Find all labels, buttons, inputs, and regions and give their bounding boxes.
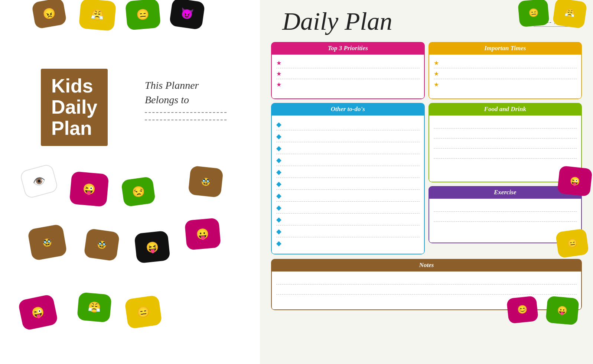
bullet-icon: ◆	[276, 215, 281, 224]
todo-item: ◆	[276, 156, 420, 166]
bullet-icon: ◆	[276, 180, 281, 188]
star-icon: ★	[276, 59, 281, 66]
times-title: Importan Times	[484, 45, 526, 52]
sections-grid: Top 3 Priorities ★ ★ ★ Importan	[260, 40, 593, 257]
pillow-decoration: 😤	[552, 0, 587, 29]
pillow-decoration: 😑	[124, 295, 162, 329]
bullet-icon: ◆	[276, 132, 281, 140]
todo-item: ◆	[276, 144, 420, 154]
name-line-1	[145, 112, 227, 113]
exercise-item	[434, 214, 577, 222]
priority-item: ★	[276, 59, 420, 68]
notes-item	[276, 276, 577, 285]
priorities-section: Top 3 Priorities ★ ★ ★	[271, 42, 425, 99]
food-item	[434, 130, 577, 139]
todo-item: ◆	[276, 215, 420, 225]
pillow-decoration: 😜	[69, 171, 109, 207]
exercise-item	[434, 204, 577, 212]
bullet-icon: ◆	[276, 239, 281, 247]
page-title: Daily Plan	[282, 7, 392, 36]
food-title: Food and Drink	[484, 105, 526, 113]
pillow-decoration: 😈	[169, 0, 205, 30]
bullet-icon: ◆	[276, 156, 281, 164]
pillow-decoration: 😜	[557, 166, 592, 197]
pillow-decoration: 😊	[506, 296, 539, 324]
todo-item: ◆	[276, 204, 420, 214]
name-line-2	[145, 120, 227, 120]
right-panel: 😤 😑 😜 😑 😛 😊 Daily Plan Date -- /---/----…	[260, 0, 593, 364]
pillow-decoration: 😑	[125, 0, 161, 30]
notes-header: Notes	[271, 259, 582, 272]
pillow-decoration: 👁️	[19, 163, 59, 199]
priority-item: ★	[276, 70, 420, 79]
title-box: Kids Daily Plan	[41, 69, 108, 146]
todo-item: ◆	[276, 227, 420, 237]
pillow-decoration: 😑	[555, 228, 589, 259]
times-header: Importan Times	[429, 42, 582, 55]
pillow-decoration: 🥸	[84, 228, 120, 261]
time-item: ★	[434, 70, 577, 79]
food-item	[434, 120, 577, 129]
todo-item: ◆	[276, 192, 420, 202]
time-item: ★	[434, 81, 577, 90]
priorities-title: Top 3 Priorities	[328, 45, 368, 52]
pillow-decoration: 😤	[77, 292, 112, 322]
pillow-decoration: 😜	[18, 294, 59, 331]
pillow-decoration: 😒	[121, 176, 156, 207]
gold-star-icon: ★	[434, 70, 439, 77]
gold-star-icon: ★	[434, 81, 439, 88]
priority-item: ★	[276, 81, 420, 90]
pillow-decoration: 🥸	[27, 224, 67, 261]
belongs-text: This Planner Belongs to	[145, 78, 227, 107]
pillow-decoration: 😠	[31, 0, 67, 29]
todo-item: ◆	[276, 132, 420, 142]
exercise-title: Exercise	[494, 189, 516, 196]
todos-content: ◆ ◆ ◆ ◆ ◆ ◆ ◆ ◆ ◆ ◆ ◆	[271, 116, 425, 254]
star-icon: ★	[276, 81, 281, 88]
todos-header: Other to-do's	[271, 103, 425, 116]
food-content	[429, 116, 582, 182]
food-section: Food and Drink	[429, 103, 582, 182]
pillow-decoration: 😤	[79, 0, 117, 31]
main-title: Kids Daily Plan	[51, 75, 97, 139]
food-item	[434, 150, 577, 159]
todo-item: ◆	[276, 180, 420, 190]
todo-item: ◆	[276, 168, 420, 178]
notes-item	[276, 286, 577, 295]
pillow-decoration: 😛	[185, 218, 221, 250]
priorities-header: Top 3 Priorities	[271, 42, 425, 55]
star-icon: ★	[276, 70, 281, 77]
time-item: ★	[434, 59, 577, 68]
todo-item: ◆	[276, 120, 420, 130]
todos-section: Other to-do's ◆ ◆ ◆ ◆ ◆ ◆ ◆ ◆ ◆ ◆ ◆	[271, 103, 425, 254]
notes-title: Notes	[419, 261, 434, 269]
bullet-icon: ◆	[276, 192, 281, 200]
bullet-icon: ◆	[276, 168, 281, 176]
times-content: ★ ★ ★	[429, 55, 582, 99]
times-section: Importan Times ★ ★ ★	[429, 42, 582, 99]
gold-star-icon: ★	[434, 59, 439, 66]
pillow-decoration: 😑	[518, 0, 550, 27]
left-panel: 😠 😤 😑 😈 Kids Daily Plan This Planner Bel…	[0, 0, 260, 364]
food-item	[434, 140, 577, 149]
pillow-decoration: 🥸	[188, 166, 224, 198]
pillow-decoration: 😛	[545, 296, 579, 325]
priorities-content: ★ ★ ★	[271, 55, 425, 99]
bullet-icon: ◆	[276, 120, 281, 129]
exercise-item	[434, 224, 577, 232]
todo-item: ◆	[276, 239, 420, 249]
pillow-decoration: 😝	[134, 231, 170, 264]
todos-title: Other to-do's	[331, 105, 365, 113]
food-header: Food and Drink	[429, 103, 582, 116]
bullet-icon: ◆	[276, 144, 281, 152]
food-item	[434, 160, 577, 169]
bullet-icon: ◆	[276, 204, 281, 212]
bullet-icon: ◆	[276, 227, 281, 235]
belongs-section: This Planner Belongs to	[145, 78, 227, 120]
